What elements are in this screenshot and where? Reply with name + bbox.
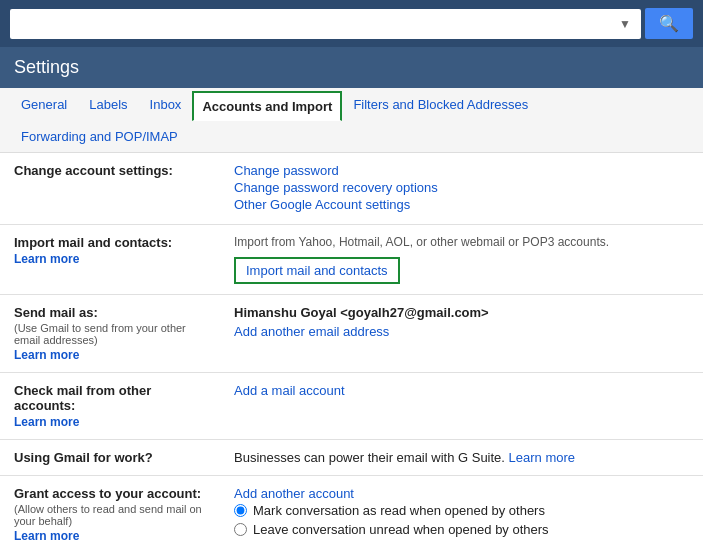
import-intro-text: Import from Yahoo, Hotmail, AOL, or othe…	[234, 235, 689, 249]
dropdown-arrow-icon[interactable]: ▼	[615, 17, 635, 31]
tabs-bar: General Labels Inbox Accounts and Import…	[0, 88, 703, 153]
send-mail-sub-label: (Use Gmail to send from your other email…	[14, 322, 206, 346]
grant-sub-label: (Allow others to read and send mail on y…	[14, 503, 206, 527]
label-grant-access: Grant access to your account: (Allow oth…	[0, 476, 220, 550]
label-change-account: Change account settings:	[0, 153, 220, 225]
tab-general[interactable]: General	[10, 88, 78, 121]
search-input[interactable]	[16, 13, 615, 35]
import-mail-contacts-button[interactable]: Import mail and contacts	[234, 257, 400, 284]
row-import-mail: Import mail and contacts: Learn more Imp…	[0, 225, 703, 295]
tab-forwarding[interactable]: Forwarding and POP/IMAP	[10, 120, 189, 153]
settings-header: Settings	[0, 47, 703, 88]
user-email: Himanshu Goyal <goyalh27@gmail.com>	[234, 305, 689, 320]
settings-table: Change account settings: Change password…	[0, 153, 703, 549]
link-other-google-settings[interactable]: Other Google Account settings	[234, 197, 689, 212]
label-send-mail-as: Send mail as: (Use Gmail to send from yo…	[0, 295, 220, 373]
row-change-account: Change account settings: Change password…	[0, 153, 703, 225]
add-mail-account-link[interactable]: Add a mail account	[234, 383, 689, 398]
tab-labels[interactable]: Labels	[78, 88, 138, 121]
label-check-mail: Check mail from other accounts: Learn mo…	[0, 373, 220, 440]
value-send-mail-as: Himanshu Goyal <goyalh27@gmail.com> Add …	[220, 295, 703, 373]
label-gsuite: Using Gmail for work?	[0, 440, 220, 476]
row-send-mail-as: Send mail as: (Use Gmail to send from yo…	[0, 295, 703, 373]
link-change-password[interactable]: Change password	[234, 163, 689, 178]
row-gsuite: Using Gmail for work? Businesses can pow…	[0, 440, 703, 476]
row-check-mail: Check mail from other accounts: Learn mo…	[0, 373, 703, 440]
learn-more-check-mail[interactable]: Learn more	[14, 415, 206, 429]
learn-more-gsuite-link[interactable]: Learn more	[509, 450, 575, 465]
add-another-email-link[interactable]: Add another email address	[234, 324, 689, 339]
row-grant-access: Grant access to your account: (Allow oth…	[0, 476, 703, 550]
radio-leave-unread: Leave conversation unread when opened by…	[234, 522, 689, 537]
tab-inbox[interactable]: Inbox	[139, 88, 193, 121]
learn-more-import[interactable]: Learn more	[14, 252, 206, 266]
radio-mark-read-input[interactable]	[234, 504, 247, 517]
tab-accounts-and-import[interactable]: Accounts and Import	[192, 91, 342, 121]
value-gsuite: Businesses can power their email with G …	[220, 440, 703, 476]
search-box: ▼	[10, 9, 641, 39]
search-button[interactable]: 🔍	[645, 8, 693, 39]
link-change-password-recovery[interactable]: Change password recovery options	[234, 180, 689, 195]
radio-leave-unread-input[interactable]	[234, 523, 247, 536]
learn-more-send-mail[interactable]: Learn more	[14, 348, 206, 362]
value-check-mail: Add a mail account	[220, 373, 703, 440]
value-change-account: Change password Change password recovery…	[220, 153, 703, 225]
radio-mark-read: Mark conversation as read when opened by…	[234, 503, 689, 518]
value-grant-access: Add another account Mark conversation as…	[220, 476, 703, 550]
tab-filters[interactable]: Filters and Blocked Addresses	[342, 88, 539, 121]
add-another-account-link[interactable]: Add another account	[234, 486, 689, 501]
learn-more-grant[interactable]: Learn more	[14, 529, 206, 543]
value-import-mail: Import from Yahoo, Hotmail, AOL, or othe…	[220, 225, 703, 295]
settings-title: Settings	[14, 57, 79, 77]
radio-leave-unread-label: Leave conversation unread when opened by…	[253, 522, 549, 537]
gsuite-text: Businesses can power their email with G …	[234, 450, 505, 465]
radio-mark-read-label: Mark conversation as read when opened by…	[253, 503, 545, 518]
label-import-mail: Import mail and contacts: Learn more	[0, 225, 220, 295]
top-bar: ▼ 🔍	[0, 0, 703, 47]
